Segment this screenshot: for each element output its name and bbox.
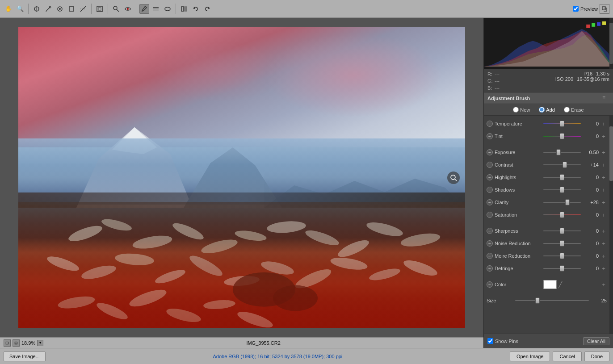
panel-menu-button[interactable]: ≡ bbox=[602, 95, 609, 102]
zoom-fit-button[interactable]: ⊡ bbox=[4, 339, 11, 347]
clear-all-button[interactable]: Clear All bbox=[583, 337, 609, 345]
clarity-label: Clarity bbox=[495, 200, 542, 205]
highlights-row: − Highlights 0 + bbox=[484, 171, 609, 184]
clarity-plus[interactable]: + bbox=[600, 199, 607, 205]
mode-add[interactable]: Add bbox=[539, 107, 555, 113]
moire-reduction-plus[interactable]: + bbox=[600, 253, 607, 259]
defringe-plus[interactable]: + bbox=[600, 265, 607, 272]
mode-new[interactable]: New bbox=[513, 107, 530, 113]
saturation-plus[interactable]: + bbox=[600, 212, 607, 218]
tint-plus[interactable]: + bbox=[600, 133, 607, 139]
shadows-slider[interactable] bbox=[543, 186, 581, 193]
tint-minus[interactable]: − bbox=[487, 133, 493, 139]
open-image-button[interactable]: Open Image bbox=[510, 351, 550, 361]
sharpness-plus[interactable]: + bbox=[600, 228, 607, 234]
targeted-adj-tool[interactable] bbox=[55, 4, 65, 14]
shadows-plus[interactable]: + bbox=[600, 187, 607, 193]
show-pins-control[interactable]: Show Pins bbox=[487, 338, 518, 344]
sharpness-row: − Sharpness 0 + bbox=[484, 225, 609, 237]
straighten-tool[interactable] bbox=[78, 4, 88, 14]
separator-1 bbox=[484, 142, 609, 146]
temperature-row: − Temperature 0 + bbox=[484, 117, 609, 130]
open-new-button[interactable] bbox=[600, 4, 609, 14]
size-row: Size 25 bbox=[484, 294, 609, 307]
contrast-label: Contrast bbox=[495, 162, 542, 167]
save-image-button[interactable]: Save Image... bbox=[4, 351, 46, 361]
temperature-slider[interactable] bbox=[543, 120, 581, 127]
graduated-filter-tool[interactable] bbox=[151, 4, 161, 14]
magnifier-button[interactable] bbox=[447, 172, 460, 184]
adjustments-panel: − Temperature 0 + − Tint 0 + bbox=[484, 116, 609, 334]
color-swatch[interactable] bbox=[543, 280, 557, 289]
mode-new-radio[interactable] bbox=[513, 107, 519, 113]
zoom-dropdown-button[interactable]: ▾ bbox=[37, 340, 43, 346]
mode-add-radio[interactable] bbox=[539, 107, 545, 113]
exposure-minus[interactable]: − bbox=[487, 149, 493, 155]
highlights-slider[interactable] bbox=[543, 174, 581, 181]
hand-tool[interactable]: ✋ bbox=[4, 4, 13, 14]
show-pins-checkbox[interactable] bbox=[487, 338, 493, 344]
moire-reduction-slider[interactable] bbox=[543, 252, 581, 259]
sharpness-slider[interactable] bbox=[543, 227, 581, 234]
zoom-fill-button[interactable]: ⊞ bbox=[13, 339, 20, 347]
red-eye-tool[interactable] bbox=[123, 4, 133, 14]
defringe-slider[interactable] bbox=[543, 265, 581, 272]
redo-tool[interactable] bbox=[202, 4, 212, 14]
highlights-minus[interactable]: − bbox=[487, 174, 493, 180]
saturation-minus[interactable]: − bbox=[487, 212, 493, 218]
temperature-plus[interactable]: + bbox=[600, 121, 607, 127]
preview-checkbox[interactable] bbox=[573, 6, 579, 12]
g-label: G: bbox=[487, 78, 493, 84]
moire-reduction-row: − Moire Reduction 0 + bbox=[484, 250, 609, 262]
exposure-slider[interactable] bbox=[543, 149, 581, 156]
sharpness-minus[interactable]: − bbox=[487, 228, 493, 234]
contrast-plus[interactable]: + bbox=[600, 162, 607, 168]
cancel-button[interactable]: Cancel bbox=[553, 351, 581, 361]
contrast-minus[interactable]: − bbox=[487, 162, 493, 168]
file-info[interactable]: Adobe RGB (1998); 16 bit; 5324 by 3578 (… bbox=[49, 354, 506, 359]
transform-tool[interactable] bbox=[95, 4, 105, 14]
lens: 16-35@16 mm bbox=[577, 76, 609, 82]
white-balance-tool[interactable] bbox=[32, 4, 42, 14]
noise-reduction-slider[interactable] bbox=[543, 240, 581, 247]
preview-label[interactable]: Preview bbox=[580, 6, 598, 12]
tint-slider[interactable] bbox=[543, 133, 581, 140]
tint-row: − Tint 0 + bbox=[484, 130, 609, 142]
clarity-minus[interactable]: − bbox=[487, 199, 493, 205]
adjustment-brush-tool[interactable] bbox=[139, 4, 149, 14]
main-content: ⊡ ⊞ 18.9% ▾ IMG_3955.CR2 bbox=[0, 18, 613, 348]
color-label: Color bbox=[495, 282, 542, 287]
radial-filter-tool[interactable] bbox=[163, 4, 172, 14]
exposure-plus[interactable]: + bbox=[600, 149, 607, 155]
shadows-row: − Shadows 0 + bbox=[484, 184, 609, 196]
bottom-controls: Show Pins Clear All bbox=[484, 334, 613, 348]
shutter: 1.30 s bbox=[596, 71, 609, 76]
contrast-slider[interactable] bbox=[543, 161, 581, 168]
color-minus[interactable]: − bbox=[487, 281, 493, 288]
before-after-tool[interactable] bbox=[179, 4, 189, 14]
image-container[interactable] bbox=[0, 18, 483, 337]
svg-rect-18 bbox=[185, 7, 187, 11]
color-row: − Color ╱ + bbox=[484, 278, 609, 291]
color-sample-tool[interactable] bbox=[43, 4, 53, 14]
zoom-tool[interactable]: 🔍 bbox=[15, 4, 25, 14]
saturation-slider[interactable] bbox=[543, 211, 581, 218]
moire-reduction-minus[interactable]: − bbox=[487, 253, 493, 259]
done-button[interactable]: Done bbox=[584, 351, 609, 361]
size-label: Size bbox=[487, 298, 513, 303]
shadows-minus[interactable]: − bbox=[487, 187, 493, 193]
mode-erase-radio[interactable] bbox=[564, 107, 570, 113]
color-x-icon[interactable]: ╱ bbox=[558, 281, 562, 288]
undo-tool[interactable] bbox=[191, 4, 201, 14]
clarity-slider[interactable] bbox=[543, 199, 581, 206]
crop-tool[interactable] bbox=[67, 4, 76, 14]
mode-erase[interactable]: Erase bbox=[564, 107, 584, 113]
size-slider[interactable] bbox=[515, 297, 589, 304]
defringe-minus[interactable]: − bbox=[487, 265, 493, 272]
noise-reduction-minus[interactable]: − bbox=[487, 240, 493, 247]
noise-reduction-plus[interactable]: + bbox=[600, 240, 607, 247]
highlights-plus[interactable]: + bbox=[600, 174, 607, 180]
color-plus[interactable]: + bbox=[600, 281, 607, 288]
spot-removal-tool[interactable] bbox=[111, 4, 121, 14]
temperature-minus[interactable]: − bbox=[487, 121, 493, 127]
